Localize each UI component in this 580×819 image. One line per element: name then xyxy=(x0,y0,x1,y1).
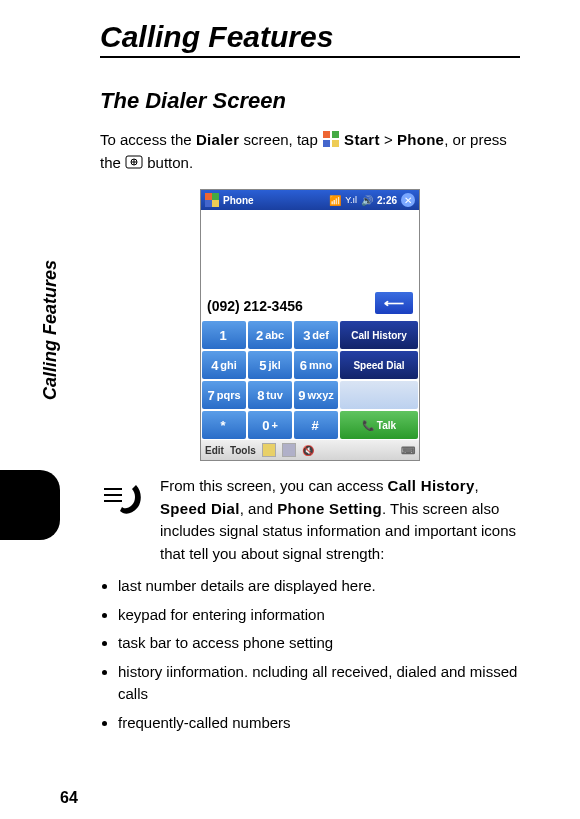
antenna-icon: Y.ıl xyxy=(345,195,357,205)
screenshot-display: (092) 212-3456 ⟵ xyxy=(201,210,419,320)
key-hash: # xyxy=(294,411,338,439)
key-7: 7pqrs xyxy=(202,381,246,409)
signal-icon: 📶 xyxy=(329,195,341,206)
intro-text: screen, tap xyxy=(239,131,322,148)
intro-gt: > xyxy=(380,131,397,148)
page-body: Calling Features The Dialer Screen To ac… xyxy=(0,0,580,760)
note-icon xyxy=(262,443,276,457)
key-5: 5jkl xyxy=(248,351,292,379)
intro-text: To access the xyxy=(100,131,196,148)
edit-menu: Edit xyxy=(205,445,224,456)
screenshot-time: 2:26 xyxy=(377,195,397,206)
note-section: From this screen, you can access Call Hi… xyxy=(100,475,520,565)
dialed-number: (092) 212-3456 xyxy=(207,298,375,314)
feature-list: last number details are displayed here. … xyxy=(100,575,520,734)
para-speeddial: Speed Dial xyxy=(160,500,240,517)
page-number: 64 xyxy=(60,789,78,807)
key-1: 1 xyxy=(202,321,246,349)
list-item: keypad for entering information xyxy=(118,604,520,627)
screenshot-bottombar: Edit Tools 🔇 ⌨ xyxy=(201,440,419,460)
contacts-icon xyxy=(282,443,296,457)
intro-paragraph: To access the Dialer screen, tap Start >… xyxy=(100,129,520,174)
list-item: last number details are displayed here. xyxy=(118,575,520,598)
svg-rect-1 xyxy=(332,131,339,138)
list-item: frequently-called numbers xyxy=(118,712,520,735)
screenshot-titlebar: Phone 📶 Y.ıl 🔊 2:26 ✕ xyxy=(201,190,419,210)
sip-icon: ⌨ xyxy=(401,445,415,456)
key-star: * xyxy=(202,411,246,439)
list-item: task bar to access phone setting xyxy=(118,632,520,655)
key-3: 3def xyxy=(294,321,338,349)
screen-description: From this screen, you can access Call Hi… xyxy=(160,475,520,565)
intro-start: Start xyxy=(344,131,380,148)
list-item: history iinformation. ncluding all recei… xyxy=(118,661,520,706)
key-6: 6mno xyxy=(294,351,338,379)
svg-rect-0 xyxy=(323,131,330,138)
key-8: 8tuv xyxy=(248,381,292,409)
intro-phone: Phone xyxy=(397,131,444,148)
windows-flag-icon xyxy=(322,130,340,148)
key-9: 9wxyz xyxy=(294,381,338,409)
intro-text: button. xyxy=(147,154,193,171)
para-and: , and xyxy=(240,500,278,517)
screenshot-app-title: Phone xyxy=(223,195,254,206)
intro-dialer: Dialer xyxy=(196,131,240,148)
mute-icon: 🔇 xyxy=(302,445,314,456)
para-phonesetting: Phone Setting xyxy=(277,500,382,517)
para-text: From this screen, you can access xyxy=(160,477,388,494)
close-icon: ✕ xyxy=(401,193,415,207)
para-comma: , xyxy=(475,477,479,494)
call-history-button: Call History xyxy=(340,321,418,349)
send-button-icon xyxy=(125,153,143,171)
backspace-button: ⟵ xyxy=(375,292,413,314)
start-flag-icon xyxy=(205,193,219,207)
dialer-screenshot: Phone 📶 Y.ıl 🔊 2:26 ✕ (092) 212-3456 ⟵ 1… xyxy=(200,189,420,461)
talk-button: 📞Talk xyxy=(340,411,418,439)
keypad: 1 2abc 3def Call History 4ghi 5jkl 6mno … xyxy=(201,320,419,440)
phone-handset-icon xyxy=(100,475,148,523)
tools-menu: Tools xyxy=(230,445,256,456)
key-4: 4ghi xyxy=(202,351,246,379)
blank-side-button xyxy=(340,381,418,409)
speaker-icon: 🔊 xyxy=(361,195,373,206)
key-2: 2abc xyxy=(248,321,292,349)
svg-rect-3 xyxy=(332,140,339,147)
speed-dial-button: Speed Dial xyxy=(340,351,418,379)
section-subtitle: The Dialer Screen xyxy=(100,88,520,114)
key-0: 0+ xyxy=(248,411,292,439)
svg-rect-2 xyxy=(323,140,330,147)
para-callhistory: Call History xyxy=(388,477,475,494)
page-title: Calling Features xyxy=(100,20,520,58)
